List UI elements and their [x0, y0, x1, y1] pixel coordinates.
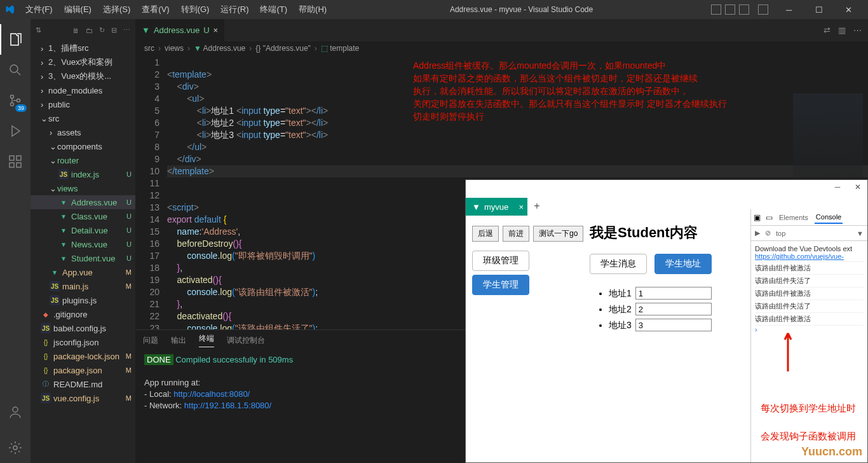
tree-row[interactable]: ›public [31, 97, 135, 111]
menu-item[interactable]: 文件(F) [20, 1, 58, 18]
layout-icon[interactable] [739, 4, 749, 15]
tree-row[interactable]: {}package.jsonM [31, 363, 135, 377]
search-icon[interactable] [0, 55, 31, 85]
maximize-button[interactable]: ☐ [804, 0, 833, 19]
collapse-icon[interactable]: ⊟ [111, 26, 117, 34]
class-manage-button[interactable]: 班级管理 [472, 251, 529, 271]
breadcrumb-item[interactable]: ⬚ template [321, 44, 359, 53]
terminal-tab[interactable]: 输出 [171, 335, 186, 346]
menu-item[interactable]: 查看(V) [137, 1, 174, 18]
tree-row[interactable]: ⌄src [31, 111, 135, 125]
extensions-icon[interactable] [0, 146, 31, 177]
tree-row[interactable]: {}jsconfig.json [31, 335, 135, 349]
breadcrumb-item[interactable]: ▼ Address.vue [194, 44, 245, 53]
tree-row[interactable]: ▼Address.vueU [31, 195, 135, 209]
address-input[interactable] [635, 319, 712, 331]
local-url-link[interactable]: http://localhost:8080/ [173, 389, 250, 399]
minimize-button[interactable]: ─ [775, 0, 803, 19]
tree-row[interactable]: JSindex.jsU [31, 167, 135, 181]
tree-row[interactable]: ◆.gitignore [31, 307, 135, 321]
tree-row[interactable]: JSplugins.js [31, 293, 135, 307]
refresh-icon[interactable]: ↻ [99, 26, 105, 34]
console-tab[interactable]: Console [815, 211, 843, 224]
tree-row[interactable]: ›3、Vuex的模块... [31, 69, 135, 83]
tree-row[interactable]: ⌄views [31, 181, 135, 195]
tree-row[interactable]: JSmain.jsM [31, 279, 135, 293]
tree-row[interactable]: ›1、插槽src [31, 41, 135, 55]
address-input[interactable] [635, 303, 712, 315]
device-icon[interactable]: ▭ [766, 213, 773, 222]
breadcrumb-item[interactable]: src [144, 44, 154, 53]
filter-dropdown[interactable]: ▼ [857, 230, 864, 237]
breadcrumb[interactable]: src›views›▼ Address.vue›{} "Address.vue"… [135, 41, 868, 55]
console-output[interactable]: Download the Vue Devtools exthttps://git… [751, 241, 867, 336]
debug-icon[interactable] [0, 116, 31, 146]
compare-icon[interactable]: ⇄ [824, 25, 831, 35]
menu-item[interactable]: 编辑(E) [59, 1, 97, 18]
more-icon[interactable]: ⋯ [123, 26, 130, 34]
elements-tab[interactable]: Elements [778, 212, 810, 223]
tree-row[interactable]: ▼Class.vueU [31, 209, 135, 223]
nav-button[interactable]: 测试一下go [533, 226, 583, 242]
clear-icon[interactable]: ⊘ [765, 229, 771, 237]
menu-item[interactable]: 选择(S) [98, 1, 135, 18]
layout-controls[interactable] [711, 4, 768, 15]
tab-close-icon[interactable]: × [214, 25, 219, 35]
tree-row[interactable]: ›node_modules [31, 83, 135, 97]
layout-icon[interactable] [758, 4, 768, 15]
layout-icon[interactable] [711, 4, 721, 15]
tree-row[interactable]: ▼News.vueU [31, 237, 135, 251]
address-input[interactable] [635, 287, 712, 300]
context-icon[interactable]: ▶ [755, 229, 760, 237]
new-tab-button[interactable]: + [527, 198, 546, 216]
source-control-icon[interactable]: 39 [0, 85, 31, 116]
tree-row[interactable]: ›2、Vuex求和案例 [31, 55, 135, 69]
tree-row[interactable]: JSbabel.config.js [31, 321, 135, 335]
menu-item[interactable]: 帮助(H) [294, 1, 332, 18]
nav-button[interactable]: 前进 [503, 226, 529, 242]
menu-item[interactable]: 转到(G) [176, 1, 215, 18]
student-addr-tab[interactable]: 学生地址 [654, 254, 712, 274]
settings-gear-icon[interactable] [0, 432, 31, 463]
tree-row[interactable]: JSvue.config.jsM [31, 391, 135, 405]
browser-tab[interactable]: ▼ myvue × [466, 198, 527, 216]
breadcrumb-item[interactable]: {} "Address.vue" [255, 44, 311, 53]
tree-row[interactable]: ⓘREADME.md [31, 377, 135, 391]
content-heading: 我是Student内容 [590, 223, 749, 242]
account-icon[interactable] [0, 397, 31, 427]
more-icon[interactable]: ⋯ [853, 25, 862, 35]
inspect-icon[interactable]: ▣ [754, 213, 761, 222]
network-url-link[interactable]: http://192.168.1.5:8080/ [184, 401, 271, 410]
close-button[interactable]: ✕ [834, 0, 863, 19]
git-file-icon: ◆ [41, 309, 51, 319]
tree-row[interactable]: ▼Detail.vueU [31, 223, 135, 237]
devtools-link[interactable]: https://github.com/vuejs/vue- [755, 252, 844, 260]
split-icon[interactable]: ▥ [838, 25, 846, 35]
nav-button[interactable]: 后退 [472, 226, 499, 242]
terminal-tab[interactable]: 问题 [143, 335, 158, 346]
tree-row[interactable]: ▼App.vueM [31, 265, 135, 279]
student-manage-button[interactable]: 学生管理 [472, 275, 529, 295]
menu-item[interactable]: 运行(R) [215, 1, 254, 18]
tree-row[interactable]: ⌄components [31, 139, 135, 153]
terminal-tab[interactable]: 终端 [199, 333, 214, 347]
menu-item[interactable]: 终端(T) [255, 1, 292, 18]
tree-row[interactable]: ▼Student.vueU [31, 251, 135, 265]
breadcrumb-item[interactable]: views [165, 44, 184, 53]
new-file-icon[interactable]: 🗎 [72, 27, 79, 34]
new-folder-icon[interactable]: 🗀 [86, 27, 93, 34]
layout-icon[interactable] [725, 4, 735, 15]
tab-close-icon[interactable]: × [519, 202, 524, 212]
browser-minimize[interactable]: ─ [828, 180, 847, 194]
tree-row[interactable]: {}package-lock.jsonM [31, 349, 135, 363]
sort-icon[interactable]: ⇅ [36, 26, 41, 34]
tree-row[interactable]: ›assets [31, 125, 135, 139]
js-file-icon: JS [50, 281, 60, 291]
tree-row[interactable]: ⌄router [31, 153, 135, 167]
explorer-icon[interactable] [0, 24, 31, 55]
terminal-tab[interactable]: 调试控制台 [227, 335, 265, 346]
context-select[interactable]: top [776, 230, 785, 237]
student-msg-tab[interactable]: 学生消息 [590, 254, 647, 274]
browser-close[interactable]: ✕ [848, 180, 867, 194]
tab-address-vue[interactable]: ▼ Address.vue U × [135, 19, 225, 41]
